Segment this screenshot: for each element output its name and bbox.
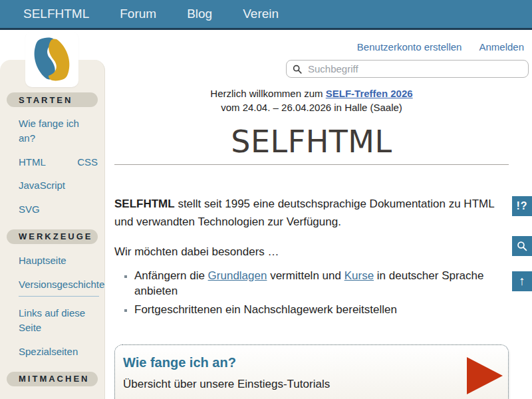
list-item: Fortgeschrittenen ein Nachschlagewerk be…: [134, 303, 509, 318]
sidebar-item-javascript[interactable]: JavaScript: [19, 178, 98, 193]
nav-item-forum[interactable]: Forum: [120, 7, 156, 21]
welcome-line-2: vom 24.04. – 26.04.2026 in Halle (Saale): [114, 100, 509, 114]
play-arrow-icon[interactable]: [467, 357, 503, 394]
goals-list: Anfängern die Grundlagen vermitteln und …: [114, 269, 509, 318]
sidebar-item-hauptseite[interactable]: Hauptseite: [19, 253, 98, 268]
sidebar-section-starten: STARTEN: [7, 92, 98, 107]
sidebar-item-links-auf-diese-seite[interactable]: Links auf diese Seite: [19, 306, 98, 335]
nav-item-selfhtml[interactable]: SELFHTML: [23, 7, 89, 21]
account-links: Benutzerkonto erstellen Anmelden: [357, 41, 524, 53]
sidebar-item-css[interactable]: CSS: [77, 155, 98, 170]
intro-bold: SELFHTML: [114, 198, 175, 210]
help-button[interactable]: !?: [512, 196, 532, 216]
selfhtml-logo[interactable]: [25, 31, 78, 87]
page-title: SELFHTML: [114, 124, 509, 160]
search-input[interactable]: [307, 63, 522, 75]
nav-item-verein[interactable]: Verein: [243, 7, 279, 21]
title-divider: [114, 164, 509, 165]
search-icon: [293, 65, 302, 74]
self-treffen-link[interactable]: SELF-Treffen 2026: [326, 88, 413, 99]
search-box[interactable]: [286, 60, 529, 78]
getting-started-teaser[interactable]: Wie fange ich an? Übersicht über unsere …: [114, 344, 509, 399]
teaser-text: Übersicht über unsere Einstiegs-Tutorial…: [123, 378, 442, 391]
sidebar-section-werkzeuge: WERKZEUGE: [7, 229, 98, 244]
sidebar-section-mitmachen: MITMACHEN: [7, 372, 98, 386]
goal-1-text: Anfängern die: [134, 269, 208, 282]
kurse-link[interactable]: Kurse: [344, 269, 374, 282]
goal-1-mid: vermitteln und: [267, 269, 344, 282]
intro-paragraph: SELFHTML stellt seit 1995 eine deutschsp…: [114, 196, 509, 231]
welcome-line-1: Herzlich willkommen zum SELF-Treffen 202…: [114, 86, 509, 100]
welcome-prefix: Herzlich willkommen zum: [210, 88, 325, 99]
sidebar-item-hilfe[interactable]: Hilfe: [19, 396, 98, 399]
welcome-banner: Herzlich willkommen zum SELF-Treffen 202…: [114, 86, 509, 114]
lead-paragraph: Wir möchten dabei besonders …: [114, 245, 509, 259]
sidebar-item-wie-fange-ich-an[interactable]: Wie fange ich an?: [19, 116, 98, 146]
sidebar-item-html[interactable]: HTML: [19, 155, 46, 170]
magnifier-icon: [517, 241, 527, 251]
sidebar: STARTEN Wie fange ich an? HTML CSS JavaS…: [0, 60, 105, 399]
up-arrow-icon: ↑: [519, 274, 525, 289]
scroll-to-top-button[interactable]: ↑: [512, 271, 532, 291]
sidebar-item-spezialseiten[interactable]: Spezialseiten: [19, 344, 98, 359]
nav-item-blog[interactable]: Blog: [187, 7, 212, 21]
top-navigation-bar: SELFHTML Forum Blog Verein: [0, 0, 532, 30]
sidebar-row-html-css: HTML CSS: [19, 155, 98, 170]
create-account-link[interactable]: Benutzerkonto erstellen: [357, 41, 462, 53]
list-item: Anfängern die Grundlagen vermitteln und …: [134, 269, 509, 299]
sidebar-item-svg[interactable]: SVG: [19, 202, 98, 217]
sidebar-divider: [19, 296, 99, 297]
search-jump-button[interactable]: [512, 236, 532, 256]
sidebar-item-versionsgeschichte[interactable]: Versionsgeschichte: [19, 277, 98, 292]
main-content: Herzlich willkommen zum SELF-Treffen 202…: [114, 86, 509, 399]
login-link[interactable]: Anmelden: [479, 41, 524, 53]
selfhtml-s-icon: [30, 36, 74, 82]
teaser-title[interactable]: Wie fange ich an?: [123, 355, 442, 370]
grundlagen-link[interactable]: Grundlagen: [208, 269, 267, 282]
